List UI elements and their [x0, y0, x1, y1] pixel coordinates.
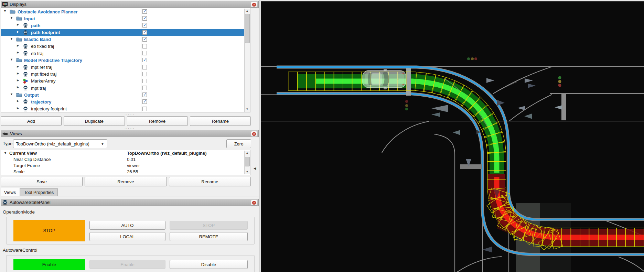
- pane-collapse-handle[interactable]: ◀: [254, 165, 258, 172]
- display-enabled-checkbox[interactable]: ✓: [142, 37, 147, 42]
- display-enabled-checkbox[interactable]: [142, 107, 147, 111]
- displays-panel-titlebar[interactable]: Displays ✕: [1, 1, 259, 8]
- property-value[interactable]: 0.01: [127, 157, 136, 162]
- tree-row-markerarray[interactable]: ▶MarkerArray: [1, 78, 245, 85]
- close-icon: ✕: [252, 3, 256, 7]
- collapse-icon[interactable]: ▼: [10, 16, 13, 20]
- scrollbar-thumb[interactable]: [245, 14, 250, 43]
- tree-row-mpt-traj[interactable]: ▶mpt traj: [1, 85, 245, 91]
- scrollbar-thumb[interactable]: [245, 157, 250, 166]
- scroll-down-icon[interactable]: ▼: [245, 107, 250, 112]
- display-enabled-checkbox[interactable]: ✓: [142, 58, 147, 62]
- tree-row-path[interactable]: ▶path✓: [1, 22, 245, 29]
- tree-row-label: Elastic Band: [24, 37, 51, 42]
- scroll-up-icon[interactable]: ▲: [245, 151, 250, 155]
- operation-mode-local-button[interactable]: LOCAL: [89, 232, 165, 241]
- property-row-near-clip-distance[interactable]: Near Clip Distance0.01: [1, 156, 250, 163]
- expand-icon[interactable]: ▶: [17, 23, 19, 26]
- tree-row-input[interactable]: ▼Input✓: [1, 15, 245, 22]
- views-close-button[interactable]: ✕: [251, 131, 257, 137]
- property-value[interactable]: TopDownOrtho (rviz_default_plugins): [127, 151, 207, 156]
- displays-tree-scrollbar[interactable]: ▲ ▼: [244, 9, 250, 112]
- displays-duplicate-button[interactable]: Duplicate: [64, 116, 125, 126]
- display-enabled-checkbox[interactable]: ✓: [142, 30, 147, 35]
- tree-row-output[interactable]: ▼Output✓: [1, 91, 245, 98]
- display-enabled-checkbox[interactable]: ✓: [142, 99, 147, 104]
- display-enabled-checkbox[interactable]: [142, 44, 147, 48]
- collapse-icon[interactable]: ▼: [10, 58, 13, 61]
- tab-views[interactable]: Views: [1, 188, 19, 196]
- expand-icon[interactable]: ▶: [17, 51, 19, 54]
- property-row-current-view[interactable]: ▼Current ViewTopDownOrtho (rviz_default_…: [1, 150, 250, 156]
- property-name: Target Frame: [13, 163, 40, 168]
- display-enabled-checkbox[interactable]: ✓: [142, 9, 147, 14]
- mirror: [384, 69, 387, 71]
- views-rename-button[interactable]: Rename: [169, 177, 251, 186]
- operation-mode-auto-button[interactable]: AUTO: [89, 221, 165, 230]
- displays-close-button[interactable]: ✕: [251, 2, 257, 8]
- autoware-control-disable-button[interactable]: Disable: [170, 260, 248, 269]
- expand-icon[interactable]: ▶: [17, 30, 19, 33]
- property-name: Scale: [13, 169, 25, 174]
- tree-row-eb-traj[interactable]: ▶eb traj: [1, 50, 245, 57]
- view-type-label: Type:: [3, 141, 14, 146]
- expand-icon[interactable]: ▶: [17, 44, 19, 47]
- display-enabled-checkbox[interactable]: [142, 72, 147, 76]
- property-row-scale[interactable]: Scale26.55: [1, 169, 250, 175]
- operation-mode-remote-button[interactable]: REMOTE: [170, 232, 248, 241]
- tree-row-elastic-band[interactable]: ▼Elastic Band✓: [1, 36, 245, 43]
- tree-row-mpt-ref-traj[interactable]: ▶mpt ref traj: [1, 64, 245, 71]
- collapse-icon[interactable]: ▼: [4, 151, 7, 155]
- autoware-panel-title: AutowareStatePanel: [10, 200, 51, 205]
- collapse-icon[interactable]: ▼: [10, 37, 13, 41]
- collapse-icon[interactable]: ▼: [10, 93, 13, 96]
- display-enabled-checkbox[interactable]: [142, 51, 147, 55]
- autoware-icon: [23, 23, 29, 28]
- property-row-target-frame[interactable]: Target Frameviewer: [1, 163, 250, 169]
- display-enabled-checkbox[interactable]: [142, 65, 147, 69]
- panel-splitter-handle[interactable]: ······: [0, 113, 259, 116]
- expand-icon[interactable]: ▶: [17, 86, 19, 89]
- views-save-button[interactable]: Save: [1, 177, 83, 186]
- tree-row-trajectory[interactable]: ▶trajectory✓: [1, 98, 245, 105]
- display-enabled-checkbox[interactable]: [142, 79, 147, 83]
- operation-mode-group: STOP AUTOSTOPLOCALREMOTE: [6, 217, 255, 244]
- property-value[interactable]: 26.55: [127, 169, 138, 174]
- zero-button[interactable]: Zero: [226, 139, 251, 148]
- autoware-icon: [23, 72, 29, 77]
- 3d-scene: [261, 0, 644, 272]
- scroll-down-icon[interactable]: ▼: [245, 170, 250, 174]
- collapse-icon[interactable]: ▼: [3, 9, 7, 13]
- ego-vehicle: [363, 69, 406, 89]
- view-type-dropdown[interactable]: TopDownOrtho (rviz_default_plugins) ▼: [13, 139, 107, 148]
- displays-remove-button[interactable]: Remove: [127, 116, 188, 126]
- expand-icon[interactable]: ▶: [17, 72, 19, 75]
- tab-tool-properties[interactable]: Tool Properties: [20, 188, 58, 196]
- panel-splitter-handle[interactable]: ······: [0, 127, 259, 130]
- display-enabled-checkbox[interactable]: [142, 86, 147, 90]
- tree-row-trajectory-footprint[interactable]: ▶trajectory footprint: [1, 106, 245, 112]
- displays-panel-title: Displays: [10, 2, 26, 7]
- display-enabled-checkbox[interactable]: ✓: [142, 16, 147, 21]
- views-panel-titlebar[interactable]: Views ✕: [1, 130, 259, 137]
- display-enabled-checkbox[interactable]: ✓: [142, 23, 147, 28]
- expand-icon[interactable]: ▶: [17, 79, 19, 82]
- tree-row-model-predictive-trajectory[interactable]: ▼Model Predictive Trajectory✓: [1, 57, 245, 64]
- expand-icon[interactable]: ▶: [17, 107, 19, 110]
- autoware-panel-titlebar[interactable]: AutowareStatePanel ✕: [1, 199, 259, 206]
- views-remove-button[interactable]: Remove: [85, 177, 167, 186]
- property-value[interactable]: viewer: [127, 163, 140, 168]
- tree-row-mpt-fixed-traj[interactable]: ▶mpt fixed traj: [1, 71, 245, 78]
- displays-add-button[interactable]: Add: [1, 116, 62, 126]
- scroll-up-icon[interactable]: ▲: [245, 9, 250, 13]
- views-table-scrollbar[interactable]: ▲ ▼: [244, 151, 250, 174]
- tree-row-path-footprint[interactable]: ▶path footprint✓: [1, 29, 245, 36]
- autoware-close-button[interactable]: ✕: [251, 200, 257, 206]
- expand-icon[interactable]: ▶: [17, 65, 19, 68]
- tree-row-eb-fixed-traj[interactable]: ▶eb fixed traj: [1, 43, 245, 50]
- expand-icon[interactable]: ▶: [17, 99, 19, 102]
- render-viewport[interactable]: [261, 0, 644, 272]
- tree-row-obstacle-avoidance-planner[interactable]: ▼Obstacle Avoidance Planner✓: [1, 8, 245, 15]
- displays-rename-button[interactable]: Rename: [190, 116, 251, 126]
- display-enabled-checkbox[interactable]: ✓: [142, 93, 147, 97]
